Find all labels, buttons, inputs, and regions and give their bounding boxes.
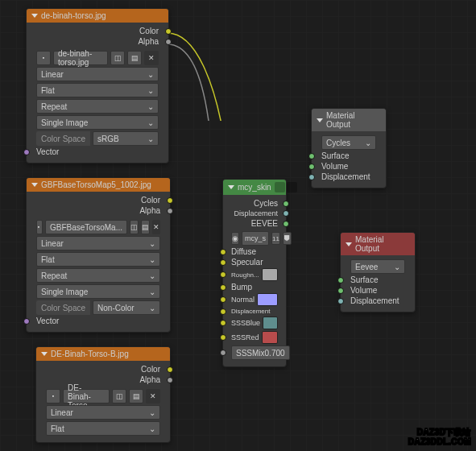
group-users[interactable]: 11	[271, 232, 280, 245]
input-diffuse: Diffuse	[231, 247, 256, 256]
watermark: DAZ3D下载站 DAZ3DDL.COM	[408, 428, 471, 446]
collapse-icon[interactable]	[228, 185, 234, 189]
output-color: Color	[141, 196, 160, 205]
roughness-swatch[interactable]	[262, 268, 278, 281]
collapse-icon[interactable]	[31, 14, 38, 18]
image-file-field[interactable]: de-binah-torso.jpg	[53, 51, 108, 65]
image-texture-node-1[interactable]: de-binah-torso.jpg Color Alpha 🞍 de-bina…	[26, 8, 169, 163]
source-dropdown[interactable]: Single Image⌄	[36, 115, 159, 130]
input-displacement: Displacement	[350, 296, 399, 305]
open-icon[interactable]: ▤	[129, 389, 143, 403]
collapse-icon[interactable]	[317, 118, 323, 122]
collapse-icon[interactable]	[41, 352, 48, 356]
shield-icon[interactable]: ⛊	[283, 232, 292, 245]
open-icon[interactable]: ▤	[141, 220, 150, 234]
collapse-icon[interactable]	[31, 183, 38, 187]
node-header[interactable]: Material Output	[312, 109, 386, 131]
input-displacement: Displacement	[321, 172, 370, 181]
node-header[interactable]: mcy_skin	[223, 180, 286, 195]
image-texture-node-3[interactable]: DE-Binah-Torso-B.jpg Color Alpha 🞍 DE-Bi…	[35, 346, 171, 443]
target-dropdown[interactable]: Cycles⌄	[321, 135, 376, 150]
sssmix-slider[interactable]: SSSMix0.700	[231, 345, 290, 360]
output-alpha: Alpha	[139, 206, 160, 215]
image-icon[interactable]: 🞍	[36, 51, 51, 65]
input-vector: Vector	[36, 317, 59, 325]
interpolation-dropdown[interactable]: Linear⌄	[36, 67, 159, 81]
projection-dropdown[interactable]: Flat⌄	[46, 421, 160, 436]
input-sssblue: SSSBlue	[231, 319, 260, 327]
input-surface: Surface	[321, 151, 349, 160]
projection-dropdown[interactable]: Flat⌄	[36, 252, 160, 267]
image-file-field[interactable]: DE-Binah-Torso-...	[63, 389, 110, 403]
image-icon[interactable]: 🞍	[46, 389, 60, 403]
group-icon[interactable]: ◉	[231, 232, 239, 245]
input-normal: Normal	[231, 296, 255, 304]
node-header[interactable]: de-binah-torso.jpg	[27, 9, 168, 23]
node-header[interactable]: DE-Binah-Torso-B.jpg	[36, 347, 170, 361]
colorspace-dropdown[interactable]: Non-Color⌄	[93, 300, 160, 315]
input-surface: Surface	[350, 275, 378, 284]
node-title: de-binah-torso.jpg	[41, 11, 106, 20]
node-header[interactable]: Material Output	[341, 233, 415, 255]
collapse-icon[interactable]	[346, 242, 352, 246]
input-volume: Volume	[321, 162, 348, 171]
group-name-field[interactable]: mcy_s	[242, 231, 269, 246]
node-opts-icon[interactable]	[275, 182, 285, 192]
unlink-icon[interactable]: ◫	[112, 389, 126, 403]
input-specular: Specular	[231, 258, 263, 267]
output-cycles: Cycles	[254, 199, 278, 208]
colorspace-label: Color Space	[36, 300, 90, 315]
node-group-mcy-skin[interactable]: mcy_skin Cycles Displacement EEVEE ◉ mcy…	[222, 179, 287, 367]
extension-dropdown[interactable]: Repeat⌄	[36, 268, 160, 283]
colorspace-label: Color Space	[36, 131, 90, 146]
input-vector: Vector	[36, 147, 59, 156]
unlink-icon[interactable]: ◫	[110, 51, 125, 65]
image-file-field[interactable]: GBFBaseTorsoMa...	[45, 220, 127, 234]
interpolation-dropdown[interactable]: Linear⌄	[46, 405, 160, 420]
input-displacement: Displacement	[231, 308, 270, 315]
material-output-node-cycles[interactable]: Material Output Cycles⌄ Surface Volume D…	[311, 108, 387, 188]
image-texture-node-2[interactable]: GBFBaseTorsoMap5_1002.jpg Color Alpha 🞍 …	[26, 177, 171, 333]
close-icon[interactable]: ✕	[144, 51, 159, 65]
colorspace-dropdown[interactable]: sRGB⌄	[93, 131, 159, 146]
output-color: Color	[141, 365, 160, 374]
target-dropdown[interactable]: Eevee⌄	[350, 259, 405, 274]
output-displacement: Displacement	[234, 209, 278, 217]
node-title: mcy_skin	[238, 183, 271, 192]
node-mute-icon[interactable]	[287, 182, 297, 192]
output-alpha: Alpha	[139, 375, 160, 384]
input-bump: Bump	[231, 283, 252, 292]
node-title: DE-Binah-Torso-B.jpg	[51, 350, 129, 358]
node-title: Material Output	[355, 235, 410, 253]
projection-dropdown[interactable]: Flat⌄	[36, 83, 159, 97]
interpolation-dropdown[interactable]: Linear⌄	[36, 236, 160, 250]
input-volume: Volume	[350, 286, 377, 295]
output-color: Color	[139, 27, 159, 35]
node-header[interactable]: GBFBaseTorsoMap5_1002.jpg	[27, 178, 170, 192]
normal-swatch[interactable]	[257, 293, 278, 306]
image-icon[interactable]: 🞍	[36, 220, 43, 234]
close-icon[interactable]: ✕	[152, 220, 160, 234]
unlink-icon[interactable]: ◫	[130, 220, 139, 234]
sssblue-swatch[interactable]	[263, 317, 278, 329]
source-dropdown[interactable]: Single Image⌄	[36, 284, 160, 299]
extension-dropdown[interactable]: Repeat⌄	[36, 99, 159, 114]
input-roughness: Roughn...	[231, 271, 259, 279]
node-title: Material Output	[326, 111, 381, 129]
output-alpha: Alpha	[138, 37, 159, 46]
output-eevee: EEVEE	[251, 219, 278, 228]
close-icon[interactable]: ✕	[146, 389, 160, 403]
sssred-swatch[interactable]	[262, 331, 278, 344]
input-sssred: SSSRed	[231, 333, 259, 341]
material-output-node-eevee[interactable]: Material Output Eevee⌄ Surface Volume Di…	[340, 232, 416, 312]
open-icon[interactable]: ▤	[127, 51, 142, 65]
node-title: GBFBaseTorsoMap5_1002.jpg	[41, 180, 151, 189]
